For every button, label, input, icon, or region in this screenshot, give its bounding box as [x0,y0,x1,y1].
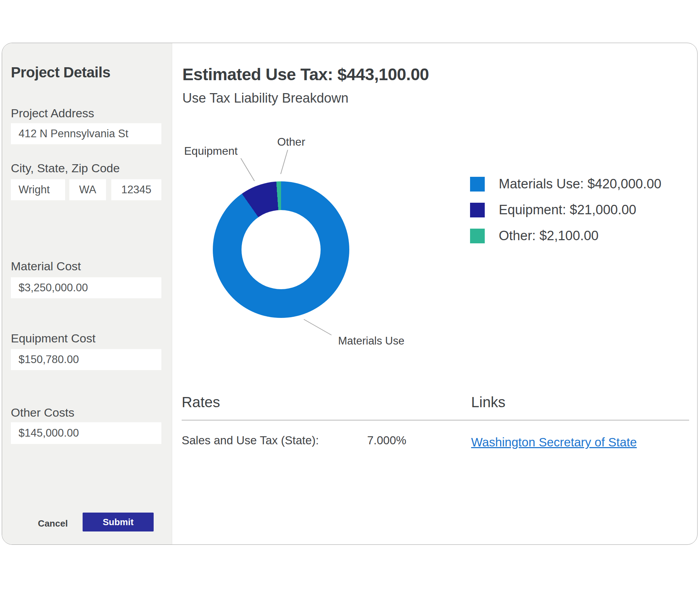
submit-button[interactable]: Submit [83,513,154,531]
legend-label: Equipment: $21,000.00 [499,202,636,217]
equipment-cost-label: Equipment Cost [11,332,96,345]
links-section-title: Links [471,394,505,411]
tax-calculator-page: Project Details Project Address City, St… [0,0,700,591]
other-costs-label: Other Costs [11,406,74,419]
sales-use-tax-label: Sales and Use Tax (State): [182,434,319,447]
project-address-input[interactable] [11,123,161,144]
other-costs-input[interactable] [11,422,161,444]
wa-secretary-of-state-link[interactable]: Washington Secretary of State [471,435,637,449]
legend-label: Other: $2,100.00 [499,228,598,243]
project-details-sidebar: Project Details Project Address City, St… [2,43,172,544]
section-divider [182,420,689,420]
material-cost-input[interactable] [11,277,161,298]
zip-code-input[interactable] [111,179,161,200]
chart-legend: Materials Use: $420,000.00 Equipment: $2… [470,176,662,254]
legend-swatch [470,203,485,217]
callout-materials-label: Materials Use [338,335,405,347]
chart-subtitle: Use Tax Liability Breakdown [182,91,349,106]
calculator-card: Project Details Project Address City, St… [2,43,698,545]
donut-hole [241,210,321,289]
state-input[interactable] [69,179,106,200]
legend-row: Equipment: $21,000.00 [470,202,662,217]
material-cost-label: Material Cost [11,259,81,273]
sales-use-tax-rate: 7.000% [367,434,406,447]
legend-row: Materials Use: $420,000.00 [470,176,662,192]
legend-row: Other: $2,100.00 [470,228,662,243]
callout-other-label: Other [277,135,305,148]
page-title: Estimated Use Tax: $443,100.00 [182,65,429,84]
legend-label: Materials Use: $420,000.00 [499,176,662,192]
callout-equipment-label: Equipment [184,145,238,158]
cancel-button[interactable]: Cancel [30,515,76,532]
rates-section-title: Rates [182,394,220,411]
city-input[interactable] [11,179,65,200]
project-address-label: Project Address [11,106,94,120]
legend-swatch [470,229,485,243]
city-state-zip-label: City, State, Zip Code [11,161,120,175]
equipment-cost-input[interactable] [11,349,161,370]
donut-chart [213,181,349,318]
sidebar-title: Project Details [11,64,110,81]
legend-swatch [470,177,485,192]
